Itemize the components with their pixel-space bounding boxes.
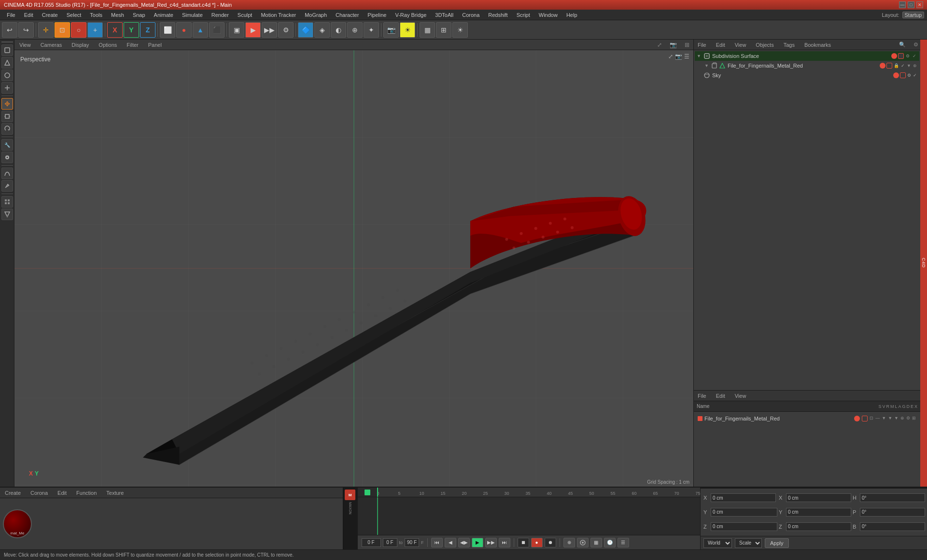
current-frame-input[interactable] (362, 538, 381, 547)
obj-tool[interactable]: 🔷 (298, 22, 313, 38)
rotate-tool[interactable]: ○ (71, 22, 86, 38)
menu-script[interactable]: Script (513, 11, 534, 19)
menu-render[interactable]: Render (208, 11, 233, 19)
menu-mograph[interactable]: MoGraph (301, 11, 331, 19)
cone-object[interactable]: ▲ (193, 22, 208, 38)
select-all[interactable]: + (87, 22, 103, 38)
am-btn-s[interactable] (854, 416, 860, 421)
coord-y-pos[interactable] (711, 508, 777, 517)
coord-x-size[interactable] (786, 493, 851, 502)
dope-sheet-btn[interactable]: ☰ (618, 538, 629, 547)
render-settings[interactable]: ⚙ (278, 22, 294, 38)
sidebar-move[interactable] (1, 98, 13, 110)
menu-mesh[interactable]: Mesh (107, 11, 128, 19)
coord-z-pos[interactable] (711, 522, 777, 531)
move-tool[interactable]: ✛ (38, 22, 54, 38)
vp-icon-camera[interactable]: 📷 (668, 42, 679, 48)
vp-menu-icon[interactable]: ☰ (684, 53, 689, 60)
coord-x-pos[interactable] (711, 493, 776, 502)
mat-tab-corona[interactable]: Corona (28, 489, 50, 497)
vp-tab-view[interactable]: View (16, 41, 34, 49)
vp-tab-display[interactable]: Display (69, 41, 92, 49)
am-tab-file[interactable]: File (696, 392, 708, 400)
menu-3dto[interactable]: 3DToAll (431, 11, 457, 19)
menu-simulate[interactable]: Simulate (178, 11, 207, 19)
camera-obj[interactable]: 📷 (383, 22, 399, 38)
sphere-object[interactable]: ● (176, 22, 192, 38)
menu-vray[interactable]: V-Ray Bridge (391, 11, 430, 19)
vp-icon-settings[interactable]: ⊞ (683, 42, 691, 48)
menu-corona[interactable]: Corona (458, 11, 483, 19)
file-fold-icon[interactable]: ▼ (704, 63, 709, 68)
axis-z[interactable]: Z (140, 22, 155, 38)
sidebar-scale[interactable] (1, 111, 13, 122)
mat-tab-texture[interactable]: Texture (104, 489, 126, 497)
om-tab-tags[interactable]: Tags (782, 41, 797, 49)
sel-tool[interactable]: ✦ (364, 22, 379, 38)
sidebar-poly-mode[interactable] (1, 57, 13, 69)
start-frame-input[interactable] (383, 538, 397, 547)
sidebar-paint[interactable] (1, 180, 13, 192)
redo-button[interactable]: ↪ (18, 22, 34, 38)
jump-start-btn[interactable]: ⏮ (431, 538, 443, 547)
tag-tool[interactable]: ◈ (314, 22, 330, 38)
scale-tool[interactable]: ⊡ (55, 22, 70, 38)
sky-vis-2[interactable] (900, 72, 906, 78)
vp-icon-expand[interactable]: ⤢ (655, 42, 664, 48)
render-active[interactable]: ▶ (245, 22, 261, 38)
mat-tool[interactable]: ◐ (331, 22, 346, 38)
close-button[interactable]: ✕ (916, 1, 923, 8)
mat-tab-function[interactable]: Function (74, 489, 98, 497)
sky-vis-1[interactable] (893, 72, 899, 78)
file-vis-1[interactable] (880, 63, 885, 69)
mat-tab-edit[interactable]: Edit (56, 489, 69, 497)
key-mode-btn[interactable]: ⊕ (563, 538, 575, 547)
sub-vis-editor[interactable] (891, 53, 897, 59)
apply-button[interactable]: Apply (765, 538, 789, 548)
playhead[interactable] (377, 488, 378, 497)
menu-redshift[interactable]: Redshift (484, 11, 511, 19)
om-tab-file[interactable]: File (696, 41, 708, 49)
menu-file[interactable]: File (3, 11, 19, 19)
sidebar-object-mode[interactable] (1, 44, 13, 56)
prev-frame-btn[interactable]: ◀ (445, 538, 456, 547)
record-btn[interactable]: ● (531, 538, 543, 547)
end-frame-input[interactable] (405, 538, 419, 547)
cylinder-object[interactable]: ⬛ (209, 22, 225, 38)
menu-help[interactable]: Help (562, 11, 581, 19)
menu-character[interactable]: Character (332, 11, 363, 19)
motion-mode-btn[interactable] (577, 538, 589, 547)
menu-motion-tracker[interactable]: Motion Tracker (257, 11, 300, 19)
om-tab-bookmarks[interactable]: Bookmarks (802, 41, 833, 49)
coord-y-rot[interactable] (860, 508, 925, 517)
axis-y[interactable]: Y (124, 22, 139, 38)
play-back-btn[interactable]: ◀▶ (458, 538, 470, 547)
minimize-button[interactable]: — (899, 1, 906, 8)
light-manager[interactable]: ☀ (452, 22, 468, 38)
om-row-file[interactable]: ▼ File_for_Fingernails_Metal_Red � (695, 61, 919, 70)
mat-tab-create[interactable]: Create (3, 489, 23, 497)
om-tab-view[interactable]: View (733, 41, 748, 49)
sidebar-spline[interactable] (1, 168, 13, 179)
am-row-file[interactable]: File_for_Fingernails_Metal_Red ⊡ — ▼ ▼ ▼… (696, 414, 918, 423)
menu-animate[interactable]: Animate (150, 11, 177, 19)
play-forward-btn[interactable]: ▶ (472, 538, 483, 547)
menu-sculpt[interactable]: Sculpt (234, 11, 256, 19)
vp-tab-filter[interactable]: Filter (124, 41, 141, 49)
sidebar-magnet[interactable]: 🔧 (1, 139, 13, 151)
menu-create[interactable]: Create (38, 11, 62, 19)
scale-mode-select[interactable]: Scale Size (735, 538, 762, 548)
am-btn-v[interactable] (862, 416, 868, 421)
weight-tool[interactable]: ⊕ (347, 22, 363, 38)
sidebar-snap[interactable] (1, 152, 13, 163)
coord-z-rot[interactable] (860, 522, 925, 531)
vp-tab-cameras[interactable]: Cameras (38, 41, 65, 49)
om-tab-objects[interactable]: Objects (754, 41, 775, 49)
am-tab-edit[interactable]: Edit (714, 392, 727, 400)
sidebar-rotate[interactable] (1, 123, 13, 135)
vp-tab-options[interactable]: Options (96, 41, 120, 49)
sidebar-symmetry[interactable] (1, 209, 13, 220)
play-fast-forward-btn[interactable]: ▶▶ (485, 538, 497, 547)
menu-edit[interactable]: Edit (20, 11, 37, 19)
render-all[interactable]: ▶▶ (262, 22, 277, 38)
